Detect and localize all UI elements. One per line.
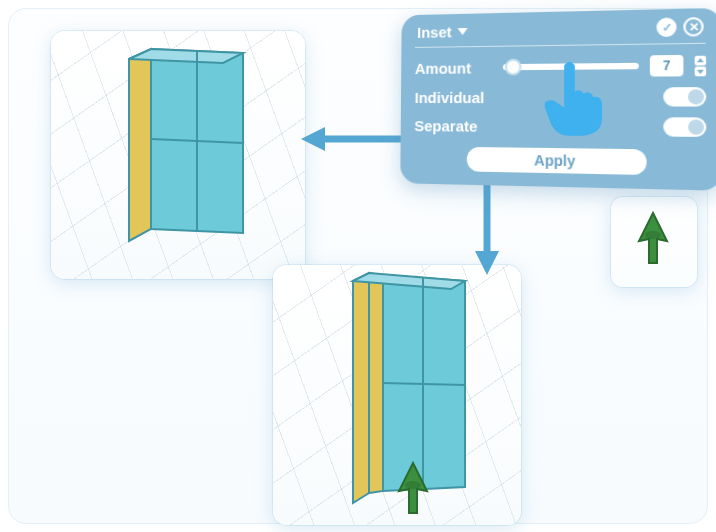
svg-point-11 (405, 481, 421, 489)
amount-slider[interactable] (503, 63, 639, 70)
svg-marker-6 (369, 273, 383, 493)
arrow-to-separate (457, 179, 517, 279)
amount-step-down[interactable] (695, 66, 706, 76)
thumbnail-nav-cursor (611, 197, 697, 287)
thumbnail-inset-merged (51, 31, 305, 279)
diagram-canvas: Inset ✓ ✕ Amount 7 Individual Separ (8, 8, 708, 524)
panel-header: Inset ✓ ✕ (415, 15, 706, 48)
amount-label: Amount (415, 59, 493, 77)
inset-panel: Inset ✓ ✕ Amount 7 Individual Separ (400, 8, 716, 191)
nav-cursor-icon (633, 211, 673, 267)
mesh-box-merged (51, 31, 305, 279)
svg-marker-5 (353, 273, 369, 503)
individual-label: Individual (415, 88, 493, 105)
close-icon[interactable]: ✕ (683, 17, 703, 37)
separate-label: Separate (414, 117, 492, 135)
amount-value-field[interactable]: 7 (650, 55, 684, 77)
chevron-down-icon (458, 27, 468, 34)
individual-toggle[interactable] (663, 87, 706, 107)
panel-title-toggle[interactable]: Inset (417, 22, 468, 40)
thumbnail-inset-separate (273, 265, 521, 525)
confirm-icon[interactable]: ✓ (656, 17, 676, 37)
svg-marker-0 (129, 49, 151, 241)
svg-point-12 (645, 231, 661, 239)
amount-row: Amount 7 (415, 55, 706, 78)
individual-row: Individual (415, 87, 707, 107)
nav-cursor-icon (393, 461, 433, 517)
amount-stepper (695, 55, 706, 76)
slider-thumb[interactable] (505, 59, 522, 76)
amount-step-up[interactable] (695, 55, 706, 65)
apply-button[interactable]: Apply (467, 147, 647, 175)
separate-row: Separate (414, 116, 706, 137)
panel-title-text: Inset (417, 23, 452, 41)
separate-toggle[interactable] (663, 117, 706, 137)
